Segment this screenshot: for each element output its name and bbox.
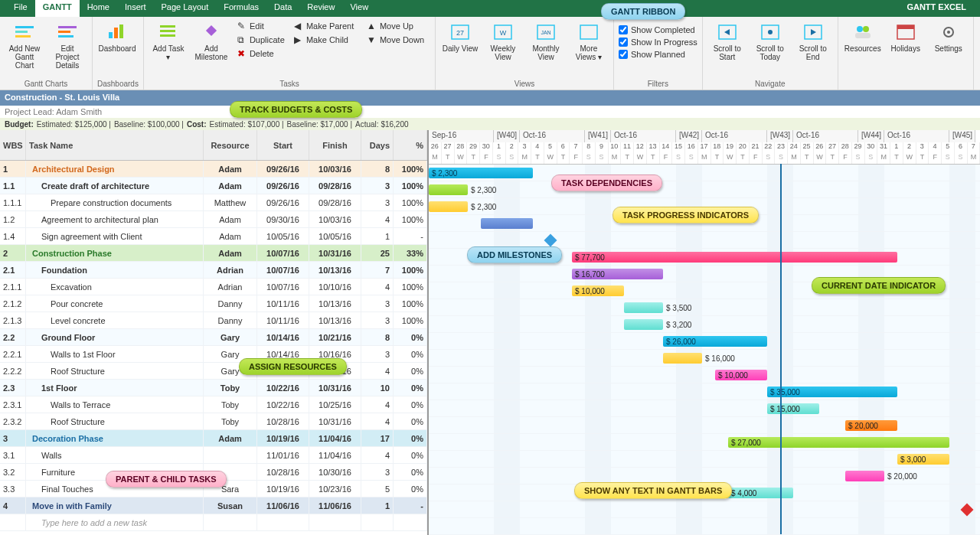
scroll-today-button[interactable]: Scroll to Today	[750, 20, 790, 63]
task-row[interactable]: 2.3.2Roof StructureToby10/28/1610/31/164…	[0, 413, 427, 430]
settings-button[interactable]: Settings	[929, 20, 969, 54]
indent-icon: ▶	[292, 34, 303, 45]
gantt-bar[interactable]: $ 26,000	[663, 336, 767, 347]
new-task-row[interactable]: Type here to add a new task	[0, 514, 427, 531]
tab-insert[interactable]: Insert	[117, 0, 154, 17]
tab-page-layout[interactable]: Page Layout	[153, 0, 216, 17]
gantt-bar[interactable]: $ 77,700	[572, 252, 897, 263]
svg-rect-7	[114, 28, 118, 38]
show-inprogress-check[interactable]: Show In Progress	[619, 37, 697, 47]
svg-point-25	[863, 26, 869, 32]
delete-icon: ✖	[236, 48, 247, 59]
svg-point-24	[857, 26, 863, 32]
make-child-button[interactable]: ▶Make Child	[291, 34, 361, 46]
svg-rect-8	[119, 24, 123, 38]
show-planned-check[interactable]: Show Planned	[619, 49, 697, 60]
gantt-bar[interactable]: $ 4,000	[728, 488, 793, 498]
scroll-start-button[interactable]: Scroll to Start	[707, 20, 747, 63]
gantt-bar[interactable]: $ 35,000	[767, 387, 897, 397]
budget-row: Budget: Estimated: $125,000 | Baseline: …	[0, 118, 980, 130]
gantt-bar[interactable]: $ 27,000	[728, 437, 949, 448]
tab-data[interactable]: Data	[266, 0, 299, 17]
more-views-button[interactable]: More Views ▾	[569, 20, 609, 63]
task-row[interactable]: 1.1.1Prepare construction documentsMatth…	[0, 194, 427, 211]
delete-button[interactable]: ✖Delete	[234, 47, 288, 60]
gantt-bar[interactable]: $ 10,000	[715, 370, 767, 380]
svg-rect-9	[160, 25, 175, 28]
menu-tabs: FileGANTTHomeInsertPage LayoutFormulasDa…	[0, 0, 980, 17]
task-row[interactable]: 2.1FoundationAdrian10/07/1610/13/167100%	[0, 262, 427, 279]
chart-icon	[105, 21, 129, 43]
show-completed-check[interactable]: Show Completed	[619, 24, 697, 35]
task-row[interactable]: 4Move in with FamilySusan11/06/1611/06/1…	[0, 497, 427, 514]
tab-review[interactable]: Review	[299, 0, 342, 17]
task-row[interactable]: 1.2Agreement to architectural planAdam09…	[0, 211, 427, 228]
gantt-bar[interactable]	[481, 218, 533, 229]
gantt-bar[interactable]: $ 10,000	[572, 285, 624, 296]
task-row[interactable]: 1.1Create draft of architectureAdam09/26…	[0, 178, 427, 194]
task-row[interactable]: 2.31st FloorToby10/22/1610/31/16100%	[0, 380, 427, 396]
task-row[interactable]: 2.2.2Roof StructureGary10/18/1610/21/164…	[0, 363, 427, 380]
dashboard-button[interactable]: Dashboard	[97, 20, 137, 54]
svg-rect-2	[15, 35, 31, 38]
edit-task-button[interactable]: ✎Edit	[234, 20, 288, 32]
calendar-day-icon: 27	[448, 21, 472, 43]
weekly-view-button[interactable]: WWeekly View	[483, 20, 523, 63]
scroll-today-icon	[758, 21, 782, 43]
add-task-button[interactable]: Add Task ▾	[149, 20, 188, 63]
task-row[interactable]: 1Architectural DesignAdam09/26/1610/03/1…	[0, 161, 427, 178]
gantt-bar[interactable]: $ 3,500	[624, 302, 663, 313]
task-row[interactable]: 2.1.1ExcavationAdrian10/07/1610/10/16410…	[0, 279, 427, 295]
tab-view[interactable]: View	[342, 0, 376, 17]
svg-text:27: 27	[456, 29, 464, 37]
gantt-bar[interactable]: $ 16,000	[663, 353, 702, 364]
add-milestone-button[interactable]: Add Milestone	[191, 20, 231, 63]
calendar-more-icon	[577, 21, 601, 43]
edit-details-button[interactable]: Edit Project Details	[47, 20, 87, 71]
scroll-end-button[interactable]: Scroll to End	[793, 20, 833, 63]
callout-deps: TASK DEPENDENCIES	[551, 175, 662, 191]
move-down-button[interactable]: ▼Move Down	[364, 34, 430, 46]
tab-file[interactable]: File	[6, 0, 35, 17]
holidays-button[interactable]: Holidays	[886, 20, 926, 54]
task-row[interactable]: 2.2Ground FloorGary10/14/1610/21/1680%	[0, 329, 427, 346]
task-row[interactable]: 3.1Walls11/01/1611/04/1640%	[0, 447, 427, 464]
gantt-bar[interactable]: $ 3,000	[897, 454, 949, 465]
gantt-bar[interactable]: $ 15,000	[767, 403, 819, 414]
task-row[interactable]: 2.2.1Walls to 1st FloorGary10/14/1610/16…	[0, 346, 427, 363]
milestone-diamond[interactable]	[544, 234, 557, 247]
task-row[interactable]: 2.1.3Level concreteDanny10/11/1610/13/16…	[0, 312, 427, 329]
gantt-bar[interactable]: $ 16,700	[572, 269, 663, 279]
task-row[interactable]: 3Decoration PhaseAdam10/19/1611/04/16170…	[0, 430, 427, 447]
gantt-bar[interactable]: $ 2,300	[429, 201, 468, 212]
gantt-edit-icon	[55, 21, 80, 43]
gantt-bar[interactable]: $ 2,300	[429, 168, 533, 178]
resources-button[interactable]: Resources	[843, 20, 883, 54]
move-up-button[interactable]: ▲Move Up	[364, 20, 430, 32]
timeline-header: Sep-16[W40]Oct-16[W41]Oct-16[W42]Oct-16[…	[429, 130, 980, 165]
add-gantt-button[interactable]: Add New Gantt Chart	[5, 20, 44, 71]
milestone-diamond[interactable]	[961, 504, 974, 517]
tab-home[interactable]: Home	[80, 0, 117, 17]
task-row[interactable]: 2.3.1Walls to TerraceToby10/22/1610/25/1…	[0, 396, 427, 413]
pencil-icon: ✎	[236, 21, 247, 31]
tab-gantt[interactable]: GANTT	[35, 0, 80, 17]
tab-formulas[interactable]: Formulas	[216, 0, 266, 17]
task-row[interactable]: 2.1.2Pour concreteDanny10/11/1610/13/163…	[0, 295, 427, 312]
gantt-bar[interactable]: $ 3,200	[624, 319, 663, 330]
monthly-view-button[interactable]: JANMonthly View	[526, 20, 566, 63]
gear-icon	[936, 21, 961, 43]
gantt-bar[interactable]: $ 2,300	[429, 184, 468, 195]
daily-view-button[interactable]: 27Daily View	[440, 20, 480, 63]
gantt-bar[interactable]: $ 20,000	[845, 420, 897, 431]
svg-point-30	[947, 31, 950, 34]
list-icon	[156, 21, 181, 43]
task-row[interactable]: 1.4Sign agreement with ClientAdam10/05/1…	[0, 228, 427, 245]
duplicate-button[interactable]: ⧉Duplicate	[234, 34, 288, 46]
people-icon	[851, 21, 875, 43]
milestone-icon	[199, 21, 224, 43]
task-row[interactable]: 2Construction PhaseAdam10/07/1610/31/162…	[0, 245, 427, 262]
make-parent-button[interactable]: ◀Make Parent	[291, 20, 361, 32]
group-label: Filters	[619, 78, 697, 88]
gantt-bar[interactable]: $ 20,000	[845, 471, 884, 481]
